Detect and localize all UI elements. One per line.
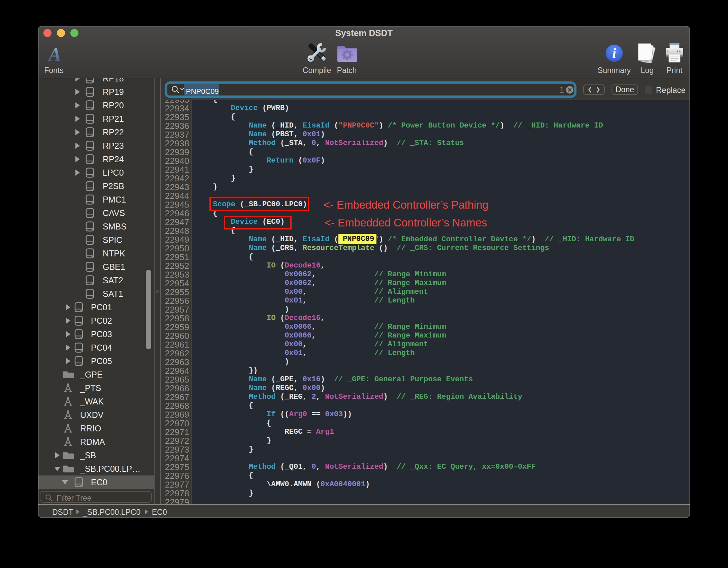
svg-text:i: i — [612, 45, 616, 61]
